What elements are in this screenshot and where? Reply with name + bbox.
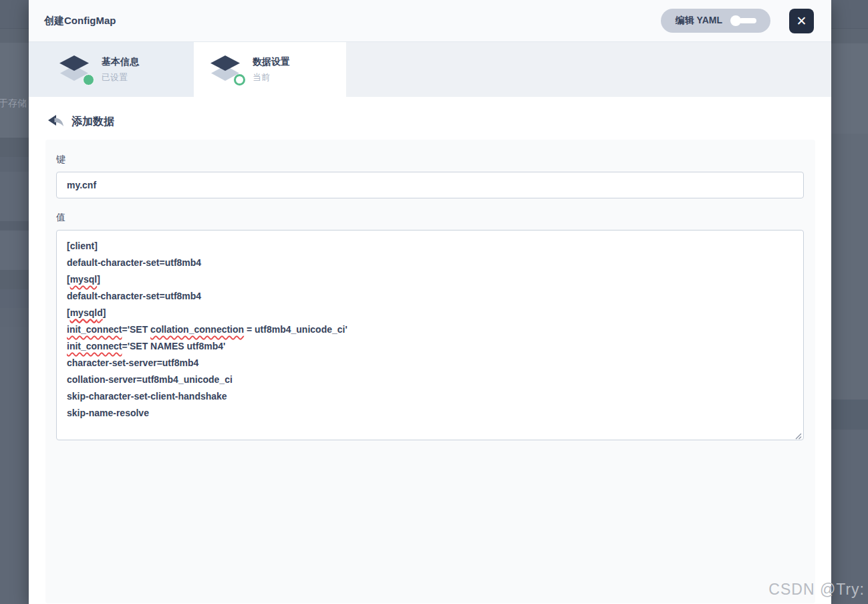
step-status: 已设置 (102, 71, 139, 84)
background-overlay-left: 于存储 (0, 0, 29, 604)
watermark: CSDN @Try: (768, 581, 865, 599)
layers-icon (209, 54, 244, 85)
background-band (0, 138, 29, 157)
background-band (831, 29, 868, 43)
screen: 于存储 创建ConfigMap 编辑 YAML ✕ (0, 0, 868, 604)
value-textarea[interactable]: [client]default-character-set=utf8mb4[my… (56, 230, 804, 440)
background-band (831, 43, 868, 134)
background-band (0, 157, 29, 172)
section-head: 添加数据 (29, 97, 831, 130)
background-band (0, 43, 29, 138)
layers-icon (58, 54, 93, 85)
modal-title: 创建ConfigMap (44, 15, 116, 27)
background-band (0, 231, 29, 270)
background-band (831, 0, 868, 28)
modal-content: 添加数据 键 值 [client]default-character-set=u… (29, 97, 831, 604)
step-bar-filler (346, 42, 831, 97)
form-panel: 键 值 [client]default-character-set=utf8mb… (45, 140, 815, 603)
background-band (0, 29, 29, 43)
background-partial-text: 于存储 (0, 98, 29, 110)
step-bar: 基本信息 已设置 数据设置 当前 (29, 42, 831, 97)
resize-handle-icon[interactable] (794, 430, 802, 438)
background-band (0, 270, 29, 289)
close-icon: ✕ (797, 15, 807, 27)
key-input[interactable] (56, 172, 804, 198)
background-band (0, 221, 29, 231)
step-title: 数据设置 (253, 56, 290, 68)
toggle-switch-icon (730, 15, 758, 27)
modal-header: 创建ConfigMap 编辑 YAML ✕ (29, 0, 831, 42)
step-basic-info[interactable]: 基本信息 已设置 (29, 42, 194, 97)
section-title: 添加数据 (71, 115, 114, 129)
value-textarea-content: [client]default-character-set=utf8mb4[my… (67, 238, 793, 422)
step-data-settings[interactable]: 数据设置 当前 (194, 42, 346, 97)
background-overlay-right (831, 0, 868, 604)
step-text: 基本信息 已设置 (102, 56, 139, 84)
close-button[interactable]: ✕ (789, 9, 814, 33)
edit-yaml-label: 编辑 YAML (676, 15, 722, 27)
background-band (0, 172, 29, 221)
create-configmap-modal: 创建ConfigMap 编辑 YAML ✕ 基本信 (29, 0, 831, 604)
edit-yaml-toggle[interactable]: 编辑 YAML (661, 9, 770, 33)
step-status: 当前 (253, 71, 290, 84)
header-actions: 编辑 YAML ✕ (661, 9, 814, 33)
step-done-badge (83, 74, 94, 86)
background-band (831, 400, 868, 430)
background-band (831, 134, 868, 400)
value-label: 值 (56, 212, 805, 224)
step-title: 基本信息 (102, 56, 139, 68)
back-arrow-icon (47, 114, 65, 130)
background-band (0, 308, 29, 327)
step-current-badge (234, 74, 245, 86)
background-band (0, 289, 29, 308)
background-band (0, 0, 29, 28)
back-button[interactable] (47, 114, 65, 130)
key-label: 键 (56, 154, 805, 166)
background-band (831, 430, 868, 604)
step-text: 数据设置 当前 (253, 56, 290, 84)
